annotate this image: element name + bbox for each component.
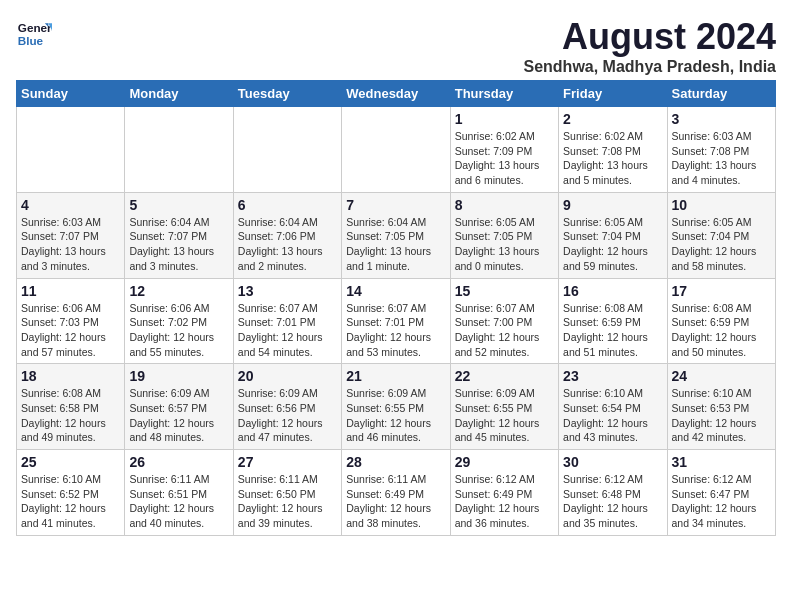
calendar-table: SundayMondayTuesdayWednesdayThursdayFrid… [16,80,776,536]
calendar-cell: 26Sunrise: 6:11 AM Sunset: 6:51 PM Dayli… [125,450,233,536]
day-info: Sunrise: 6:05 AM Sunset: 7:05 PM Dayligh… [455,215,554,274]
day-info: Sunrise: 6:09 AM Sunset: 6:55 PM Dayligh… [455,386,554,445]
day-number: 22 [455,368,554,384]
calendar-week-row: 1Sunrise: 6:02 AM Sunset: 7:09 PM Daylig… [17,107,776,193]
day-number: 14 [346,283,445,299]
weekday-header: Wednesday [342,81,450,107]
calendar-cell: 11Sunrise: 6:06 AM Sunset: 7:03 PM Dayli… [17,278,125,364]
day-number: 27 [238,454,337,470]
calendar-cell [342,107,450,193]
day-number: 1 [455,111,554,127]
calendar-cell [233,107,341,193]
day-info: Sunrise: 6:07 AM Sunset: 7:01 PM Dayligh… [238,301,337,360]
calendar-cell: 7Sunrise: 6:04 AM Sunset: 7:05 PM Daylig… [342,192,450,278]
calendar-cell: 6Sunrise: 6:04 AM Sunset: 7:06 PM Daylig… [233,192,341,278]
day-info: Sunrise: 6:04 AM Sunset: 7:06 PM Dayligh… [238,215,337,274]
day-number: 16 [563,283,662,299]
day-info: Sunrise: 6:07 AM Sunset: 7:00 PM Dayligh… [455,301,554,360]
calendar-cell: 14Sunrise: 6:07 AM Sunset: 7:01 PM Dayli… [342,278,450,364]
day-number: 31 [672,454,771,470]
day-number: 28 [346,454,445,470]
day-info: Sunrise: 6:04 AM Sunset: 7:05 PM Dayligh… [346,215,445,274]
page-title: August 2024 [523,16,776,58]
day-number: 21 [346,368,445,384]
day-number: 24 [672,368,771,384]
logo: General Blue [16,16,52,52]
calendar-header-row: SundayMondayTuesdayWednesdayThursdayFrid… [17,81,776,107]
logo-icon: General Blue [16,16,52,52]
day-info: Sunrise: 6:12 AM Sunset: 6:49 PM Dayligh… [455,472,554,531]
day-number: 13 [238,283,337,299]
calendar-cell: 23Sunrise: 6:10 AM Sunset: 6:54 PM Dayli… [559,364,667,450]
day-number: 11 [21,283,120,299]
svg-text:General: General [18,21,52,34]
calendar-week-row: 18Sunrise: 6:08 AM Sunset: 6:58 PM Dayli… [17,364,776,450]
weekday-header: Tuesday [233,81,341,107]
day-info: Sunrise: 6:08 AM Sunset: 6:59 PM Dayligh… [672,301,771,360]
weekday-header: Thursday [450,81,558,107]
day-info: Sunrise: 6:11 AM Sunset: 6:49 PM Dayligh… [346,472,445,531]
day-number: 4 [21,197,120,213]
day-number: 9 [563,197,662,213]
day-number: 30 [563,454,662,470]
day-info: Sunrise: 6:08 AM Sunset: 6:59 PM Dayligh… [563,301,662,360]
day-number: 19 [129,368,228,384]
calendar-cell: 2Sunrise: 6:02 AM Sunset: 7:08 PM Daylig… [559,107,667,193]
day-number: 18 [21,368,120,384]
calendar-cell: 27Sunrise: 6:11 AM Sunset: 6:50 PM Dayli… [233,450,341,536]
calendar-cell: 31Sunrise: 6:12 AM Sunset: 6:47 PM Dayli… [667,450,775,536]
day-number: 20 [238,368,337,384]
day-info: Sunrise: 6:11 AM Sunset: 6:51 PM Dayligh… [129,472,228,531]
day-info: Sunrise: 6:09 AM Sunset: 6:57 PM Dayligh… [129,386,228,445]
calendar-cell: 15Sunrise: 6:07 AM Sunset: 7:00 PM Dayli… [450,278,558,364]
day-number: 10 [672,197,771,213]
page-header: General Blue August 2024 Sendhwa, Madhya… [16,16,776,76]
day-number: 3 [672,111,771,127]
day-number: 26 [129,454,228,470]
day-info: Sunrise: 6:07 AM Sunset: 7:01 PM Dayligh… [346,301,445,360]
calendar-week-row: 25Sunrise: 6:10 AM Sunset: 6:52 PM Dayli… [17,450,776,536]
day-info: Sunrise: 6:10 AM Sunset: 6:54 PM Dayligh… [563,386,662,445]
day-info: Sunrise: 6:06 AM Sunset: 7:02 PM Dayligh… [129,301,228,360]
calendar-cell: 12Sunrise: 6:06 AM Sunset: 7:02 PM Dayli… [125,278,233,364]
title-area: August 2024 Sendhwa, Madhya Pradesh, Ind… [523,16,776,76]
day-info: Sunrise: 6:09 AM Sunset: 6:55 PM Dayligh… [346,386,445,445]
day-number: 25 [21,454,120,470]
calendar-cell: 19Sunrise: 6:09 AM Sunset: 6:57 PM Dayli… [125,364,233,450]
calendar-cell: 10Sunrise: 6:05 AM Sunset: 7:04 PM Dayli… [667,192,775,278]
calendar-cell: 22Sunrise: 6:09 AM Sunset: 6:55 PM Dayli… [450,364,558,450]
day-info: Sunrise: 6:02 AM Sunset: 7:08 PM Dayligh… [563,129,662,188]
calendar-cell: 9Sunrise: 6:05 AM Sunset: 7:04 PM Daylig… [559,192,667,278]
day-number: 7 [346,197,445,213]
day-number: 6 [238,197,337,213]
calendar-cell: 1Sunrise: 6:02 AM Sunset: 7:09 PM Daylig… [450,107,558,193]
day-info: Sunrise: 6:03 AM Sunset: 7:07 PM Dayligh… [21,215,120,274]
weekday-header: Sunday [17,81,125,107]
day-info: Sunrise: 6:12 AM Sunset: 6:47 PM Dayligh… [672,472,771,531]
calendar-cell: 29Sunrise: 6:12 AM Sunset: 6:49 PM Dayli… [450,450,558,536]
calendar-cell [125,107,233,193]
day-info: Sunrise: 6:10 AM Sunset: 6:53 PM Dayligh… [672,386,771,445]
day-number: 2 [563,111,662,127]
calendar-cell: 16Sunrise: 6:08 AM Sunset: 6:59 PM Dayli… [559,278,667,364]
calendar-cell: 25Sunrise: 6:10 AM Sunset: 6:52 PM Dayli… [17,450,125,536]
calendar-week-row: 4Sunrise: 6:03 AM Sunset: 7:07 PM Daylig… [17,192,776,278]
day-info: Sunrise: 6:02 AM Sunset: 7:09 PM Dayligh… [455,129,554,188]
svg-text:Blue: Blue [18,34,44,47]
calendar-cell: 4Sunrise: 6:03 AM Sunset: 7:07 PM Daylig… [17,192,125,278]
day-number: 29 [455,454,554,470]
calendar-cell: 8Sunrise: 6:05 AM Sunset: 7:05 PM Daylig… [450,192,558,278]
day-info: Sunrise: 6:12 AM Sunset: 6:48 PM Dayligh… [563,472,662,531]
weekday-header: Friday [559,81,667,107]
calendar-week-row: 11Sunrise: 6:06 AM Sunset: 7:03 PM Dayli… [17,278,776,364]
day-info: Sunrise: 6:11 AM Sunset: 6:50 PM Dayligh… [238,472,337,531]
calendar-cell: 24Sunrise: 6:10 AM Sunset: 6:53 PM Dayli… [667,364,775,450]
day-info: Sunrise: 6:05 AM Sunset: 7:04 PM Dayligh… [563,215,662,274]
weekday-header: Monday [125,81,233,107]
day-info: Sunrise: 6:08 AM Sunset: 6:58 PM Dayligh… [21,386,120,445]
calendar-cell: 28Sunrise: 6:11 AM Sunset: 6:49 PM Dayli… [342,450,450,536]
day-number: 8 [455,197,554,213]
day-number: 15 [455,283,554,299]
weekday-header: Saturday [667,81,775,107]
calendar-cell: 21Sunrise: 6:09 AM Sunset: 6:55 PM Dayli… [342,364,450,450]
